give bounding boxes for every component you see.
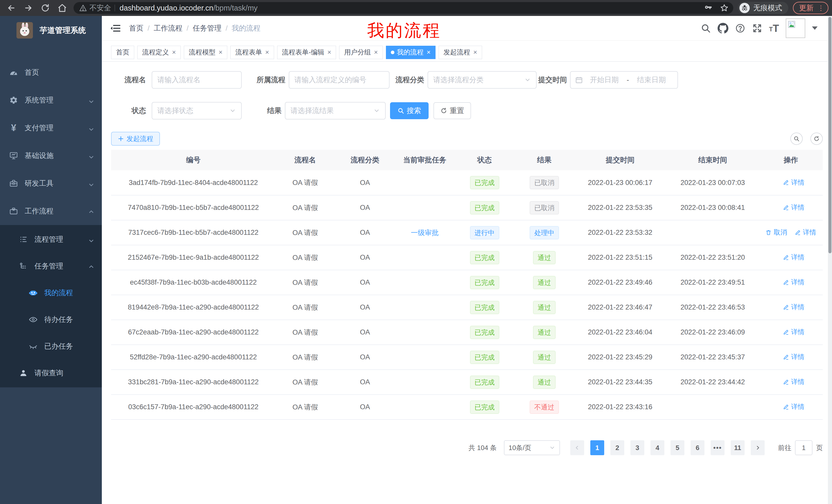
detail-link[interactable]: 详情 [783,377,805,386]
detail-link[interactable]: 详情 [783,278,805,287]
back-icon[interactable] [6,2,17,13]
forward-icon[interactable] [23,2,34,13]
sidebar-item-done-tasks[interactable]: 已办任务 [0,333,102,360]
detail-link[interactable]: 详情 [783,303,805,312]
close-icon[interactable]: × [172,48,176,56]
sidebar-item-my-process[interactable]: 我的流程 [0,279,102,306]
page-button[interactable]: 4 [650,440,665,455]
sidebar-item-todo-tasks[interactable]: 待办任务 [0,306,102,333]
page-button[interactable]: 5 [671,440,684,455]
key-icon[interactable] [704,4,713,12]
submit-time-range-picker[interactable]: 开始日期 - 结束日期 [570,71,678,89]
sidebar-item-infra[interactable]: 基础设施 [0,142,102,170]
reset-button[interactable]: 重置 [434,102,471,119]
tab-process-model[interactable]: 流程模型× [184,46,227,59]
avatar-dropdown-icon[interactable] [812,26,817,30]
detail-link[interactable]: 详情 [783,178,805,187]
scrollbar-thumb[interactable] [828,17,831,253]
detail-link[interactable]: 详情 [783,328,805,337]
category-select[interactable]: 请选择流程分类 [427,71,537,89]
address-bar[interactable]: 不安全 dashboard.yudao.iocoder.cn/bpm/task/… [74,2,733,14]
close-icon[interactable]: × [265,48,269,56]
sidebar-item-home[interactable]: 首页 [0,59,102,86]
browser-menu-icon[interactable]: ⋮ [817,5,824,11]
page-button[interactable]: 1 [590,440,604,455]
table-row[interactable]: 52ffd28e-7b9a-11ec-a290-acde48001122 OA … [111,345,823,370]
page-button[interactable]: 11 [731,440,745,455]
table-row[interactable]: 67c2eaab-7b9a-11ec-a290-acde48001122 OA … [111,320,823,345]
table-row[interactable]: 7317cec6-7b9b-11ec-b5b7-acde48001122 OA … [111,220,823,245]
table-row[interactable]: 819442e8-7b9a-11ec-a290-acde48001122 OA … [111,295,823,320]
next-page-button[interactable] [751,440,765,455]
tab-process-form[interactable]: 流程表单× [230,46,274,59]
tab-user-group[interactable]: 用户分组× [339,46,383,59]
table-row[interactable]: 2152467e-7b9b-11ec-9a1b-acde48001122 OA … [111,245,823,270]
home-icon[interactable] [57,2,68,13]
help-icon[interactable] [735,23,745,33]
table-row[interactable]: 3ad174fb-7b9d-11ec-8404-acde48001122 OA … [111,170,823,195]
sidebar-item-system[interactable]: 系统管理 [0,86,102,114]
result-select[interactable]: 请选择流结果 [285,102,386,119]
bookmark-star-icon[interactable] [720,4,729,12]
sidebar-collapse-icon[interactable] [110,24,121,33]
page-size-select[interactable]: 10条/页 [504,440,560,455]
cell-end-time: 2022-01-23 00:07:03 [667,170,759,195]
refresh-table-button[interactable] [810,133,823,145]
sidebar-item-workflow[interactable]: 工作流程 [0,197,102,225]
breadcrumb-task-mgmt[interactable]: 任务管理 [193,23,222,33]
table-row[interactable]: 331bc281-7b9a-11ec-a290-acde48001122 OA … [111,370,823,395]
detail-link[interactable]: 详情 [783,402,805,411]
update-button[interactable]: 更新 ⋮ [793,2,828,14]
page-button[interactable]: 2 [610,440,624,455]
font-size-icon[interactable]: TT [769,23,779,33]
cancel-link[interactable]: 取消 [765,228,787,237]
detail-link[interactable]: 详情 [783,353,805,361]
logo-row[interactable]: 芋道管理系统 [0,16,102,45]
url-text[interactable]: dashboard.yudao.iocoder.cn/bpm/task/my [120,4,258,12]
breadcrumb-workflow[interactable]: 工作流程 [154,23,183,33]
avatar[interactable] [786,19,805,38]
tab-my-process[interactable]: 我的流程× [386,46,436,59]
incognito-badge[interactable]: 无痕模式 [738,2,788,14]
fullscreen-icon[interactable] [752,23,762,33]
page-button[interactable]: 6 [691,440,704,455]
current-task-link[interactable]: 一级审批 [411,229,439,236]
table-row[interactable]: 03c6c157-7b9a-11ec-a290-acde48001122 OA … [111,395,823,419]
security-label[interactable]: 不安全 [89,3,111,13]
sidebar-item-process-mgmt[interactable]: 流程管理 [0,226,102,253]
sidebar-item-leave-query[interactable]: 请假查询 [0,360,102,386]
owner-process-input[interactable]: 请输入流程定义的编号 [289,71,390,89]
github-icon[interactable] [718,23,728,34]
table-row[interactable]: 7470a810-7b9b-11ec-b5b7-acde48001122 OA … [111,195,823,220]
tab-home[interactable]: 首页× [111,46,134,59]
close-icon[interactable]: × [473,48,477,56]
page-button[interactable]: 3 [630,440,644,455]
search-button[interactable]: 搜索 [390,102,428,119]
close-icon[interactable]: × [374,48,378,56]
scrollbar[interactable] [828,16,832,504]
page-button[interactable]: ••• [711,440,725,455]
search-icon[interactable] [701,23,711,33]
sidebar-item-devtools[interactable]: 研发工具 [0,170,102,197]
sidebar-item-payment[interactable]: ¥ 支付管理 [0,114,102,142]
start-process-button[interactable]: 发起流程 [111,132,160,146]
detail-link[interactable]: 详情 [783,253,805,262]
close-icon[interactable]: × [327,48,331,56]
table-row[interactable]: ec45f38f-7b9a-11ec-b03b-acde48001122 OA … [111,270,823,295]
show-search-button[interactable] [790,133,803,145]
reload-icon[interactable] [40,2,51,13]
tab-process-definition[interactable]: 流程定义× [137,46,181,59]
tab-process-form-edit[interactable]: 流程表单-编辑× [277,46,336,59]
sidebar-item-task-mgmt[interactable]: 任务管理 [0,253,102,279]
detail-link[interactable]: 详情 [783,203,805,212]
goto-page-input[interactable] [795,440,812,455]
cell-submit-time: 2022-01-22 23:45:29 [574,345,667,370]
status-select[interactable]: 请选择状态 [152,102,242,119]
close-icon[interactable]: × [427,48,431,56]
prev-page-button[interactable] [570,440,584,455]
close-icon[interactable]: × [218,48,223,56]
process-name-input[interactable]: 请输入流程名 [152,71,242,89]
breadcrumb-home[interactable]: 首页 [129,23,144,33]
detail-link[interactable]: 详情 [795,228,816,237]
tab-start-process[interactable]: 发起流程× [439,46,482,59]
